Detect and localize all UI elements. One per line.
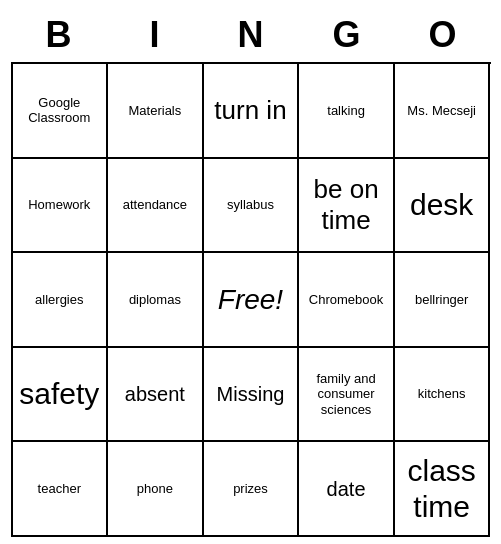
header-letter: B [11,7,107,62]
bingo-cell: allergies [13,253,109,348]
bingo-row: Google ClassroomMaterialsturn intalkingM… [13,64,491,159]
bingo-cell: phone [108,442,204,537]
bingo-cell: talking [299,64,395,159]
bingo-cell: absent [108,348,204,443]
header-letter: O [395,7,491,62]
bingo-cell: syllabus [204,159,300,254]
bingo-card: BINGO Google ClassroomMaterialsturn inta… [11,7,491,537]
bingo-cell: be on time [299,159,395,254]
bingo-cell: Materials [108,64,204,159]
bingo-cell: prizes [204,442,300,537]
bingo-grid: Google ClassroomMaterialsturn intalkingM… [11,62,491,537]
bingo-cell: turn in [204,64,300,159]
bingo-header: BINGO [11,7,491,62]
bingo-row: teacherphoneprizesdateclass time [13,442,491,537]
bingo-cell: kitchens [395,348,491,443]
bingo-cell: Free! [204,253,300,348]
bingo-cell: class time [395,442,491,537]
bingo-cell: diplomas [108,253,204,348]
bingo-cell: safety [13,348,109,443]
header-letter: I [107,7,203,62]
bingo-cell: Homework [13,159,109,254]
bingo-cell: desk [395,159,491,254]
bingo-row: Homeworkattendancesyllabusbe on timedesk [13,159,491,254]
bingo-cell: teacher [13,442,109,537]
header-letter: N [203,7,299,62]
bingo-row: safetyabsentMissingfamily and consumer s… [13,348,491,443]
bingo-row: allergiesdiplomasFree!Chromebookbellring… [13,253,491,348]
bingo-cell: Ms. Mecseji [395,64,491,159]
bingo-cell: date [299,442,395,537]
header-letter: G [299,7,395,62]
bingo-cell: Chromebook [299,253,395,348]
bingo-cell: family and consumer sciences [299,348,395,443]
bingo-cell: Google Classroom [13,64,109,159]
bingo-cell: bellringer [395,253,491,348]
bingo-cell: Missing [204,348,300,443]
bingo-cell: attendance [108,159,204,254]
